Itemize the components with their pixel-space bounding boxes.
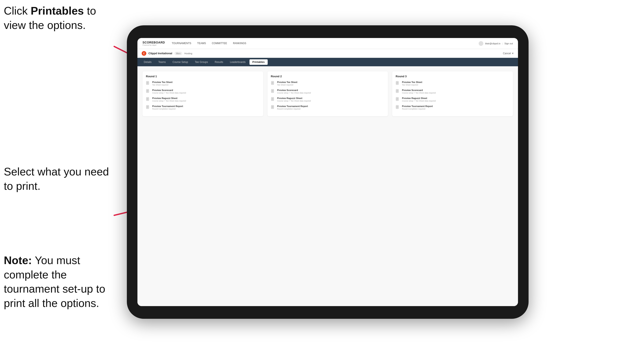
round-1-tee-sheet-title: Preview Tee Sheet bbox=[152, 81, 172, 83]
round-2-tee-sheet-sub: Tee Sheet required bbox=[277, 84, 298, 86]
tournament-info: C Clippd Invitational Men Hosting bbox=[142, 51, 192, 56]
round-3-raguzzi[interactable]: Preview Raguzzi Sheet Course setup + Tee… bbox=[396, 97, 510, 102]
round-2-section: Round 2 Preview Tee Sheet Tee Sheet requ… bbox=[268, 71, 388, 116]
round-3-tee-sheet[interactable]: Preview Tee Sheet Tee Sheet required bbox=[396, 81, 510, 86]
nav-item-committee[interactable]: COMMITTEE bbox=[212, 41, 227, 46]
tab-results[interactable]: Results bbox=[212, 59, 226, 65]
round-1-tournament-report[interactable]: Preview Tournament Report Round Completi… bbox=[146, 105, 260, 110]
round-1-scorecard-sub: Course setup + Tee Sheet data required bbox=[152, 92, 186, 94]
nav-item-teams[interactable]: TEAMS bbox=[197, 41, 206, 46]
round-1-title: Round 1 bbox=[146, 75, 260, 78]
round-3-scorecard[interactable]: Preview Scorecard Course setup + Tee She… bbox=[396, 89, 510, 94]
round-3-tee-sheet-title: Preview Tee Sheet bbox=[402, 81, 422, 83]
round-3-scorecard-text: Preview Scorecard Course setup + Tee She… bbox=[402, 89, 436, 94]
round-1-tee-sheet-sub: Tee Sheet required bbox=[152, 84, 172, 86]
tab-course-setup[interactable]: Course Setup bbox=[170, 59, 191, 65]
document-icon bbox=[146, 89, 150, 94]
round-1-raguzzi-text: Preview Raguzzi Sheet Course setup + Tee… bbox=[152, 97, 186, 102]
round-3-title: Round 3 bbox=[396, 75, 510, 78]
scoreboard-title: SCOREBOARD bbox=[142, 41, 165, 44]
document-icon bbox=[271, 97, 275, 102]
annotation-middle: Select what you need to print. bbox=[4, 165, 110, 193]
user-email: blair@clippd.io bbox=[485, 42, 500, 45]
round-1-tee-sheet-text: Preview Tee Sheet Tee Sheet required bbox=[152, 81, 172, 86]
tab-printables[interactable]: Printables bbox=[250, 59, 268, 65]
cancel-label: Cancel bbox=[503, 52, 511, 55]
round-1-scorecard-text: Preview Scorecard Course setup + Tee She… bbox=[152, 89, 186, 94]
round-3-report-title: Preview Tournament Report bbox=[402, 105, 433, 107]
nav-item-rankings[interactable]: RANKINGS bbox=[233, 41, 246, 46]
round-1-report-text: Preview Tournament Report Round Completi… bbox=[152, 105, 183, 110]
round-3-scorecard-title: Preview Scorecard bbox=[402, 89, 436, 91]
nav-separator: | bbox=[502, 42, 503, 45]
scoreboard-brand: SCOREBOARD Powered by clippd bbox=[142, 41, 165, 46]
nav-item-tournaments[interactable]: TOURNAMENTS bbox=[172, 41, 191, 46]
round-2-tee-sheet-text: Preview Tee Sheet Tee Sheet required bbox=[277, 81, 298, 86]
round-2-report-sub: Round Completion required bbox=[277, 108, 308, 110]
round-1-report-sub: Round Completion required bbox=[152, 108, 183, 110]
user-avatar bbox=[479, 41, 483, 46]
round-2-title: Round 2 bbox=[271, 75, 385, 78]
annotation-note-bold: Note: bbox=[4, 254, 32, 266]
top-nav-items: TOURNAMENTS TEAMS COMMITTEE RANKINGS bbox=[172, 41, 479, 46]
document-icon bbox=[396, 97, 400, 102]
round-2-tee-sheet-title: Preview Tee Sheet bbox=[277, 81, 298, 83]
round-2-raguzzi-sub: Course setup + Tee Sheet data required bbox=[277, 100, 311, 102]
tab-leaderboards[interactable]: Leaderboards bbox=[227, 59, 248, 65]
document-icon bbox=[396, 89, 400, 94]
round-2-report-text: Preview Tournament Report Round Completi… bbox=[277, 105, 308, 110]
round-2-tournament-report[interactable]: Preview Tournament Report Round Completi… bbox=[271, 105, 385, 110]
tab-tee-groups[interactable]: Tee Groups bbox=[192, 59, 211, 65]
sign-out-link[interactable]: Sign out bbox=[504, 42, 513, 45]
document-icon bbox=[271, 89, 275, 94]
round-1-scorecard-title: Preview Scorecard bbox=[152, 89, 186, 91]
round-2-scorecard-text: Preview Scorecard Course setup + Tee She… bbox=[277, 89, 311, 94]
round-3-raguzzi-sub: Course setup + Tee Sheet data required bbox=[402, 100, 436, 102]
tablet-screen: SCOREBOARD Powered by clippd TOURNAMENTS… bbox=[138, 38, 518, 306]
tournament-name: Clippd Invitational bbox=[148, 52, 172, 55]
document-icon bbox=[146, 105, 150, 110]
tab-details[interactable]: Details bbox=[141, 59, 154, 65]
round-1-section: Round 1 Preview Tee Sheet Tee Sheet requ… bbox=[142, 71, 263, 116]
annotation-bold: Printables bbox=[31, 5, 84, 17]
round-2-report-title: Preview Tournament Report bbox=[277, 105, 308, 107]
sub-nav: Details Teams Course Setup Tee Groups Re… bbox=[138, 58, 518, 66]
document-icon bbox=[396, 81, 400, 86]
round-2-raguzzi[interactable]: Preview Raguzzi Sheet Course setup + Tee… bbox=[271, 97, 385, 102]
round-1-raguzzi[interactable]: Preview Raguzzi Sheet Course setup + Tee… bbox=[146, 97, 260, 102]
top-nav-right: blair@clippd.io | Sign out bbox=[479, 41, 513, 46]
round-3-tee-sheet-text: Preview Tee Sheet Tee Sheet required bbox=[402, 81, 422, 86]
round-1-tee-sheet[interactable]: Preview Tee Sheet Tee Sheet required bbox=[146, 81, 260, 86]
top-nav: SCOREBOARD Powered by clippd TOURNAMENTS… bbox=[138, 38, 518, 49]
round-2-scorecard-title: Preview Scorecard bbox=[277, 89, 311, 91]
tournament-bar: C Clippd Invitational Men Hosting Cancel… bbox=[138, 49, 518, 58]
round-1-report-title: Preview Tournament Report bbox=[152, 105, 183, 107]
tournament-tag: Men bbox=[174, 52, 182, 55]
round-2-scorecard[interactable]: Preview Scorecard Course setup + Tee She… bbox=[271, 89, 385, 94]
round-3-raguzzi-text: Preview Raguzzi Sheet Course setup + Tee… bbox=[402, 97, 436, 102]
round-3-report-sub: Round Completion required bbox=[402, 108, 433, 110]
document-icon bbox=[271, 81, 275, 86]
document-icon bbox=[146, 97, 150, 102]
cancel-x-icon: ✕ bbox=[512, 52, 514, 55]
tablet-frame: SCOREBOARD Powered by clippd TOURNAMENTS… bbox=[127, 25, 528, 319]
round-3-scorecard-sub: Course setup + Tee Sheet data required bbox=[402, 92, 436, 94]
document-icon bbox=[146, 81, 150, 86]
annotation-top-text: Click Printables to view the options. bbox=[4, 5, 96, 31]
scoreboard-sub: Powered by clippd bbox=[142, 44, 165, 46]
tab-teams[interactable]: Teams bbox=[156, 59, 169, 65]
round-3-tee-sheet-sub: Tee Sheet required bbox=[402, 84, 422, 86]
document-icon bbox=[396, 105, 400, 110]
main-content: Round 1 Preview Tee Sheet Tee Sheet requ… bbox=[138, 66, 518, 306]
round-2-scorecard-sub: Course setup + Tee Sheet data required bbox=[277, 92, 311, 94]
round-3-report-text: Preview Tournament Report Round Completi… bbox=[402, 105, 433, 110]
cancel-button[interactable]: Cancel ✕ bbox=[503, 52, 514, 55]
annotation-bottom: Note: You must complete the tournament s… bbox=[4, 253, 118, 310]
round-1-raguzzi-title: Preview Raguzzi Sheet bbox=[152, 97, 186, 99]
round-1-raguzzi-sub: Course setup + Tee Sheet data required bbox=[152, 100, 186, 102]
annotation-middle-text: Select what you need to print. bbox=[4, 166, 109, 192]
round-3-tournament-report[interactable]: Preview Tournament Report Round Completi… bbox=[396, 105, 510, 110]
round-2-tee-sheet[interactable]: Preview Tee Sheet Tee Sheet required bbox=[271, 81, 385, 86]
annotation-top: Click Printables to view the options. bbox=[4, 4, 114, 32]
round-1-scorecard[interactable]: Preview Scorecard Course setup + Tee She… bbox=[146, 89, 260, 94]
